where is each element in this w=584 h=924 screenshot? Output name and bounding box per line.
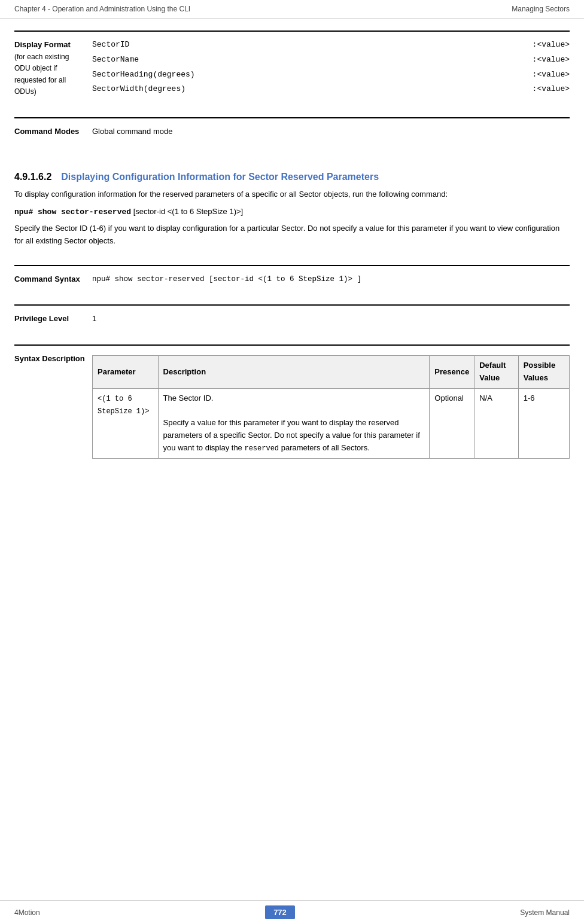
privilege-level-label: Privilege Level [14,313,92,325]
display-key-sectorname: SectorName [92,54,139,66]
section-heading: 4.9.1.6.2 Displaying Configuration Infor… [14,172,570,182]
privilege-level-section: Privilege Level 1 [14,304,570,333]
footer-right: System Manual [520,908,570,917]
main-content: Display Format (for each existing ODU ob… [0,19,584,900]
command-rest: [sector-id <(1 to 6 StepSize 1)>] [131,207,243,216]
page-wrapper: Chapter 4 - Operation and Administration… [0,0,584,924]
td-possible-values: 1-6 [518,388,569,458]
privilege-level-content: 1 [92,313,570,325]
table-row: <(1 to 6 StepSize 1)> The Sector ID. Spe… [93,388,570,458]
display-key-sectorwidth: SectorWidth(degrees) [92,83,185,96]
command-modes-label: Command Modes [14,126,92,138]
header-chapter: Chapter 4 - Operation and Administration… [14,5,190,13]
display-val-sectorwidth: :<value> [533,83,570,96]
param-value: <(1 to 6 StepSize 1)> [98,395,149,416]
command-modes-content: Global command mode [92,126,570,138]
th-parameter: Parameter [93,356,159,389]
command-syntax-content: npu# show sector-reserved [sector-id <(1… [92,273,570,285]
td-description: The Sector ID. Specify a value for this … [158,388,430,458]
display-val-sectorid: :<value> [533,39,570,51]
syntax-description-content: Parameter Description Presence Default V… [92,353,570,459]
body-text-2: Specify the Sector ID (1-6) if you want … [14,222,570,248]
th-description: Description [158,356,430,389]
td-default-value: N/A [474,388,518,458]
body-text-1: To display configuration information for… [14,188,570,201]
table-header-row: Parameter Description Presence Default V… [93,356,570,389]
page-number-badge: 772 [265,905,295,919]
display-val-sectorname: :<value> [533,54,570,66]
section-number: 4.9.1.6.2 [14,172,51,182]
th-possible-values: Possible Values [518,356,569,389]
header-section: Managing Sectors [512,5,570,13]
th-default-value: Default Value [474,356,518,389]
param-table: Parameter Description Presence Default V… [92,355,570,459]
footer-left: 4Motion [14,908,40,917]
syntax-description-section: Syntax Description Parameter Description… [14,344,570,466]
display-val-sectorheading: :<value> [533,69,570,81]
command-bold: npu# show sector-reserved [14,208,131,216]
display-key-sectorheading: SectorHeading(degrees) [92,69,195,81]
page-header: Chapter 4 - Operation and Administration… [0,0,584,19]
display-row-sectorheading: SectorHeading(degrees) :<value> [92,69,570,81]
display-format-label: Display Format (for each existing ODU ob… [14,39,92,98]
display-format-section: Display Format (for each existing ODU ob… [14,31,570,105]
display-format-sublabel: (for each existing ODU object if request… [14,53,69,96]
display-row-sectorwidth: SectorWidth(degrees) :<value> [92,83,570,96]
command-line: npu# show sector-reserved [sector-id <(1… [14,207,570,216]
display-format-content: SectorID :<value> SectorName :<value> Se… [92,39,570,98]
display-row-sectorname: SectorName :<value> [92,54,570,66]
desc-line2: Specify a value for this parameter if yo… [163,418,420,452]
display-key-sectorid: SectorID [92,39,129,51]
section-title-text: Displaying Configuration Information for… [61,172,379,182]
desc-line1: The Sector ID. [163,394,214,402]
syntax-description-label: Syntax Description [14,353,92,459]
page-footer: 4Motion 772 System Manual [0,900,584,924]
command-syntax-section: Command Syntax npu# show sector-reserved… [14,265,570,292]
command-modes-section: Command Modes Global command mode [14,117,570,145]
command-syntax-label: Command Syntax [14,273,92,285]
td-parameter: <(1 to 6 StepSize 1)> [93,388,159,458]
reserved-mono: reserved [244,444,279,453]
th-presence: Presence [430,356,474,389]
td-presence: Optional [430,388,474,458]
display-row-sectorid: SectorID :<value> [92,39,570,51]
